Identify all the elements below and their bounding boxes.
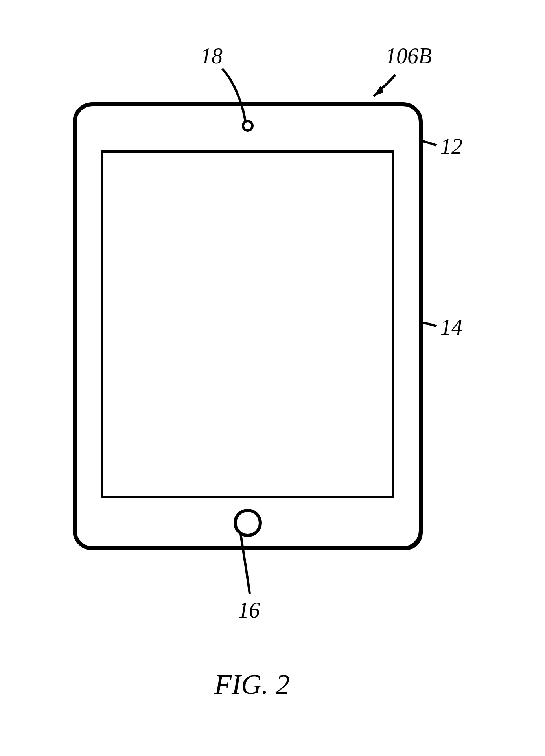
camera-circle xyxy=(243,121,252,131)
home-button-circle xyxy=(235,510,260,535)
leader-106b xyxy=(374,75,395,96)
display-rect xyxy=(102,151,393,497)
figure-caption: FIG. 2 xyxy=(214,668,290,701)
label-16: 16 xyxy=(238,598,260,623)
label-106b: 106B xyxy=(385,43,432,68)
figure-stage: 106B 18 12 14 16 FIG. 2 xyxy=(0,0,545,756)
label-12: 12 xyxy=(440,134,462,159)
label-14: 14 xyxy=(440,315,462,340)
figure-svg xyxy=(0,0,545,756)
label-18: 18 xyxy=(201,43,223,68)
leader-14 xyxy=(422,322,436,326)
leader-12 xyxy=(422,141,436,145)
